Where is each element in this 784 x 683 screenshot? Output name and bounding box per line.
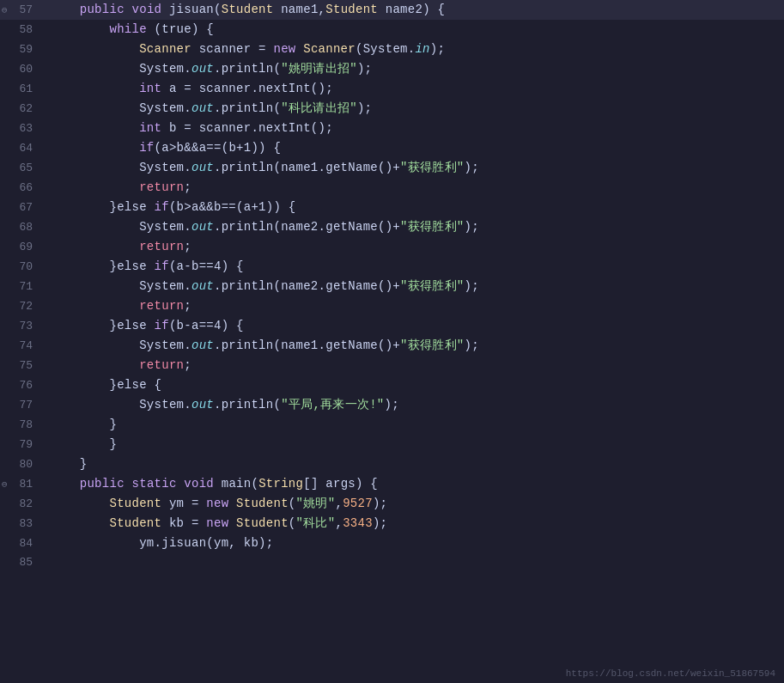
code-line: 65 System.out.println(name1.getName()+"获… — [0, 158, 784, 178]
code-line: 77 System.out.println("平局,再来一次!"); — [0, 395, 784, 415]
watermark: https://blog.csdn.net/weixin_51867594 — [566, 668, 775, 679]
line-number: 68 — [0, 218, 43, 237]
line-content: return; — [43, 178, 784, 197]
line-number: 78 — [0, 416, 43, 435]
line-number: 84 — [0, 534, 43, 553]
code-line: 83 Student kb = new Student("科比",3343); — [0, 514, 784, 534]
line-content: public static void main(String[] args) { — [43, 474, 784, 493]
line-number: 79 — [0, 436, 43, 454]
line-number: 75 — [0, 357, 43, 375]
line-content: }else if(b-a==4) { — [43, 316, 784, 335]
line-content: return; — [43, 296, 784, 315]
line-number: 71 — [0, 277, 43, 296]
code-line: 74 System.out.println(name1.getName()+"获… — [0, 336, 784, 356]
line-number: 58 — [0, 21, 43, 40]
line-content: int a = scanner.nextInt(); — [43, 79, 784, 98]
code-line: 72 return; — [0, 296, 784, 316]
line-content: }else if(b>a&&b==(a+1)) { — [43, 198, 784, 216]
line-content: ym.jisuan(ym, kb); — [43, 534, 784, 552]
line-content: Student ym = new Student("姚明",9527); — [43, 494, 784, 513]
code-line: 81 public static void main(String[] args… — [0, 474, 784, 494]
line-content: public void jisuan(Student name1,Student… — [43, 0, 784, 19]
line-number: 83 — [0, 515, 43, 534]
code-line: 58 while (true) { — [0, 20, 784, 40]
code-line: 85 — [0, 553, 784, 572]
line-number: 73 — [0, 317, 43, 336]
line-number: 77 — [0, 396, 43, 415]
line-content: } — [43, 454, 784, 473]
line-number: 85 — [0, 553, 43, 572]
code-line: 76 }else { — [0, 375, 784, 395]
code-editor: 57 public void jisuan(Student name1,Stud… — [0, 0, 784, 683]
line-content: while (true) { — [43, 20, 784, 39]
code-line: 61 int a = scanner.nextInt(); — [0, 79, 784, 99]
line-content: int b = scanner.nextInt(); — [43, 119, 784, 137]
code-line: 66 return; — [0, 178, 784, 198]
code-line: 75 return; — [0, 356, 784, 375]
line-content: System.out.println(name1.getName()+"获得胜利… — [43, 336, 784, 355]
line-number: 64 — [0, 139, 43, 158]
line-content: return; — [43, 356, 784, 375]
line-number: 74 — [0, 337, 43, 356]
code-line: 64 if(a>b&&a==(b+1)) { — [0, 138, 784, 158]
code-line: 71 System.out.println(name2.getName()+"获… — [0, 277, 784, 296]
code-line: 62 System.out.println("科比请出招"); — [0, 99, 784, 119]
line-content: }else if(a-b==4) { — [43, 257, 784, 276]
line-number: 81 — [0, 475, 43, 494]
line-number: 72 — [0, 297, 43, 316]
line-content: Scanner scanner = new Scanner(System.in)… — [43, 40, 784, 58]
line-number: 76 — [0, 376, 43, 395]
code-line: 80 } — [0, 454, 784, 474]
code-line: 78 } — [0, 415, 784, 435]
line-content: return; — [43, 237, 784, 256]
line-content: System.out.println("姚明请出招"); — [43, 59, 784, 78]
line-number: 70 — [0, 258, 43, 277]
line-content: System.out.println("平局,再来一次!"); — [43, 395, 784, 414]
line-number: 59 — [0, 40, 43, 59]
line-number: 66 — [0, 179, 43, 198]
line-number: 65 — [0, 159, 43, 178]
line-number: 62 — [0, 100, 43, 119]
code-line: 69 return; — [0, 237, 784, 257]
code-line: 84 ym.jisuan(ym, kb); — [0, 534, 784, 553]
line-content: }else { — [43, 375, 784, 394]
code-line: 73 }else if(b-a==4) { — [0, 316, 784, 336]
code-line: 57 public void jisuan(Student name1,Stud… — [0, 0, 784, 20]
line-content: Student kb = new Student("科比",3343); — [43, 514, 784, 533]
code-line: 67 }else if(b>a&&b==(a+1)) { — [0, 198, 784, 217]
line-number: 67 — [0, 198, 43, 217]
line-number: 60 — [0, 60, 43, 79]
line-number: 61 — [0, 80, 43, 99]
code-line: 82 Student ym = new Student("姚明",9527); — [0, 494, 784, 514]
line-number: 63 — [0, 119, 43, 138]
code-line: 59 Scanner scanner = new Scanner(System.… — [0, 40, 784, 59]
code-line: 79 } — [0, 435, 784, 454]
code-line: 70 }else if(a-b==4) { — [0, 257, 784, 277]
line-content: System.out.println(name2.getName()+"获得胜利… — [43, 277, 784, 296]
line-content: } — [43, 435, 784, 454]
line-number: 69 — [0, 238, 43, 257]
line-content: System.out.println(name2.getName()+"获得胜利… — [43, 217, 784, 236]
code-line: 63 int b = scanner.nextInt(); — [0, 119, 784, 138]
line-content: System.out.println(name1.getName()+"获得胜利… — [43, 158, 784, 177]
code-line: 68 System.out.println(name2.getName()+"获… — [0, 217, 784, 237]
line-content: if(a>b&&a==(b+1)) { — [43, 138, 784, 157]
line-number: 80 — [0, 455, 43, 474]
line-content: } — [43, 415, 784, 434]
line-number: 82 — [0, 495, 43, 514]
code-line: 60 System.out.println("姚明请出招"); — [0, 59, 784, 79]
line-number: 57 — [0, 1, 43, 20]
line-content: System.out.println("科比请出招"); — [43, 99, 784, 118]
